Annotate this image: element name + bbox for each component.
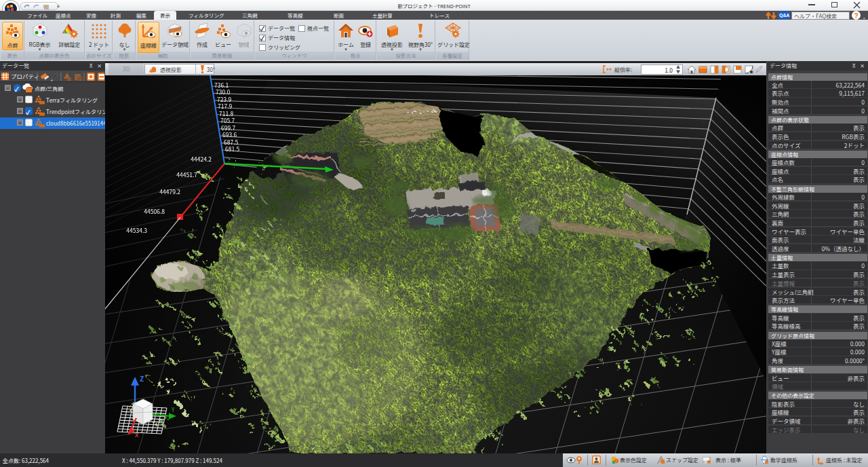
svg-text:681.5: 681.5 (225, 145, 240, 153)
svg-text:X: X (135, 430, 139, 439)
svg-text:44506.8: 44506.8 (144, 207, 165, 215)
svg-text:Z: Z (140, 373, 144, 384)
svg-text:44424.2: 44424.2 (191, 155, 212, 163)
svg-text:Y: Y (171, 406, 175, 413)
svg-text:44479.2: 44479.2 (159, 187, 180, 195)
svg-text:44451.7: 44451.7 (176, 170, 197, 179)
svg-text:44534.3: 44534.3 (126, 226, 147, 234)
svg-text:プロパティ: プロパティ (11, 72, 40, 80)
